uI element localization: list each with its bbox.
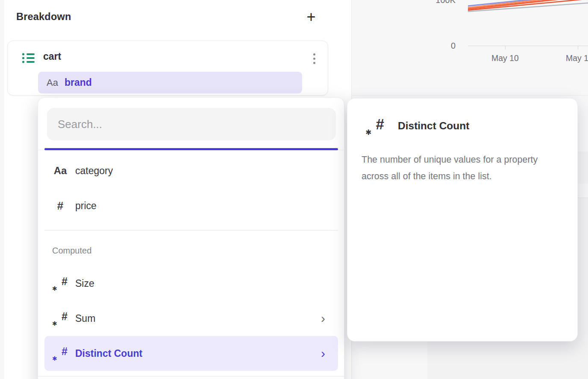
x-axis-tick	[578, 46, 578, 50]
chart-section-border	[352, 95, 588, 96]
cart-property-title[interactable]: cart	[43, 51, 61, 62]
menu-item-sum[interactable]: # ✱ Sum ›	[38, 301, 344, 336]
breakdown-section-title: Breakdown	[16, 11, 71, 23]
card-overflow-menu-button[interactable]	[309, 51, 319, 66]
kebab-dot	[313, 62, 315, 64]
computed-number-icon: # ✱	[53, 276, 68, 291]
kebab-dot	[313, 58, 315, 60]
chevron-right-icon: ›	[321, 312, 325, 325]
x-axis-label-may1x: May 1	[566, 53, 588, 63]
selected-property-brand[interactable]: Aa brand	[38, 72, 302, 93]
number-type-icon: #	[57, 199, 63, 213]
computed-number-icon: # ✱	[365, 116, 386, 138]
menu-divider	[38, 376, 344, 376]
chevron-right-icon: ›	[321, 347, 325, 360]
menu-item-size[interactable]: # ✱ Size	[38, 266, 344, 301]
property-picker-dropdown: Aa category # price Computed # ✱ Size # …	[38, 97, 344, 379]
menu-item-price[interactable]: # price	[38, 188, 344, 223]
menu-item-category[interactable]: Aa category	[38, 153, 344, 188]
active-tab-underline	[44, 148, 338, 150]
x-axis-label-may10: May 10	[491, 53, 519, 63]
breakdown-card-cart: cart Aa brand	[7, 41, 328, 96]
text-type-icon: Aa	[54, 165, 67, 177]
distinct-count-tooltip: # ✱ Distinct Count The number of unique …	[347, 98, 578, 341]
tooltip-description: The number of unique values for a proper…	[362, 152, 566, 185]
text-type-icon: Aa	[47, 77, 58, 88]
computed-number-icon: # ✱	[53, 346, 68, 361]
search-input[interactable]	[47, 108, 336, 140]
computed-number-icon: # ✱	[53, 311, 68, 326]
add-breakdown-button[interactable]: +	[302, 8, 320, 26]
computed-section-label: Computed	[52, 246, 91, 256]
line-chart	[468, 0, 588, 15]
y-axis-tick-100k: 100K	[431, 0, 456, 4]
selected-property-label: brand	[65, 77, 92, 88]
menu-divider	[44, 230, 338, 230]
x-axis-tick	[505, 46, 506, 50]
menu-item-distinct-count[interactable]: # ✱ Distinct Count ›	[38, 336, 344, 371]
tooltip-title: Distinct Count	[398, 120, 469, 132]
plus-icon: +	[306, 9, 315, 25]
y-axis-tick-0: 0	[431, 41, 456, 51]
kebab-dot	[313, 53, 315, 55]
list-property-icon	[22, 52, 35, 65]
x-axis-line	[468, 46, 588, 46]
